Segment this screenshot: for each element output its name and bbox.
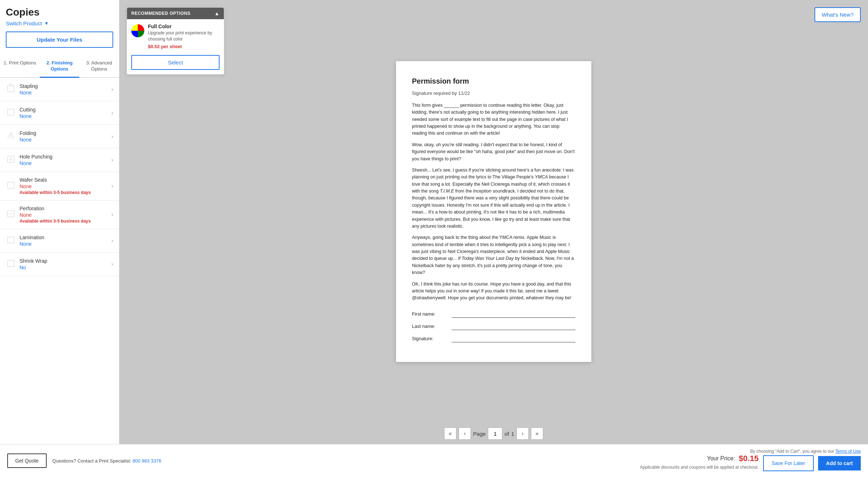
stapling-value: None	[20, 90, 109, 96]
svg-rect-3	[8, 156, 14, 162]
folding-label: Folding	[20, 130, 109, 136]
shrink-wrap-info: Shrink Wrap No	[20, 258, 109, 270]
recommended-options-header: RECOMMENDED OPTIONS ▲	[127, 8, 224, 19]
wafer-seals-value: None	[20, 183, 109, 189]
document-subtitle: Signature required by 11/22	[412, 90, 575, 97]
folding-info: Folding None	[20, 130, 109, 143]
svg-point-4	[10, 158, 12, 160]
svg-rect-9	[8, 260, 14, 266]
footer-phone-link[interactable]: 800 983 3376	[132, 458, 161, 464]
lamination-info: Lamination None	[20, 235, 109, 247]
document-title: Permission form	[412, 76, 575, 87]
get-quote-button[interactable]: Get Quote	[7, 453, 47, 468]
perforation-value: None	[20, 212, 109, 218]
sidebar-header: Copies Switch Product ▼ Update Your File…	[0, 0, 119, 56]
folding-value: None	[20, 137, 109, 143]
option-row-wafer-seals[interactable]: Wafer Seals None Available within 3-5 bu…	[0, 172, 119, 200]
option-row-lamination[interactable]: Lamination None ›	[0, 229, 119, 253]
recommended-options-collapse-icon[interactable]: ▲	[214, 10, 220, 16]
rec-item-full-color: Full Color Upgrade your print experience…	[131, 24, 220, 49]
rec-item-price: $0.52 per sheet	[148, 44, 220, 49]
add-to-cart-button[interactable]: Add to cart	[818, 456, 861, 470]
of-label: of	[505, 431, 509, 437]
option-row-shrink-wrap[interactable]: Shrink Wrap No ›	[0, 253, 119, 276]
form-line-firstname	[452, 311, 575, 318]
tab-print-options[interactable]: 1. Print Options	[0, 56, 40, 78]
page-label: Page	[473, 431, 486, 437]
doc-para-1: This form gives ______ permission to con…	[412, 102, 575, 137]
perforation-availability: Available within 3-5 business days	[20, 219, 109, 224]
form-row-lastname: Last name:	[412, 323, 575, 330]
footer-price-row: Your Price: $0.15	[640, 454, 758, 463]
wafer-seals-icon	[6, 180, 16, 193]
hole-punching-info: Hole Punching None	[20, 154, 109, 166]
folding-icon	[6, 130, 16, 143]
form-label-lastname: Last name:	[412, 323, 452, 330]
perforation-label: Perforation	[20, 206, 109, 211]
first-page-button[interactable]: «	[444, 427, 456, 440]
stapling-label: Stapling	[20, 83, 109, 89]
option-row-cutting[interactable]: Cutting None ›	[0, 101, 119, 125]
last-page-button[interactable]: »	[531, 427, 543, 440]
doc-para-3: Sheesh... Let's see, I guess if you're s…	[412, 167, 575, 230]
option-row-hole-punching[interactable]: Hole Punching None ›	[0, 148, 119, 172]
shrink-wrap-label: Shrink Wrap	[20, 258, 109, 264]
hole-punching-value: None	[20, 160, 109, 166]
page-number-input[interactable]	[488, 427, 502, 440]
option-row-folding[interactable]: Folding None ›	[0, 125, 119, 148]
full-color-icon	[131, 24, 144, 37]
cutting-chevron-icon: ›	[111, 110, 113, 116]
doc-para-5: OK, I think this joke has run its course…	[412, 281, 575, 302]
form-row-signature: Signature:	[412, 335, 575, 342]
wafer-seals-label: Wafer Seals	[20, 177, 109, 183]
tabs-bar: 1. Print Options 2. Finishing Options 3.…	[0, 56, 119, 78]
footer-terms: By choosing "Add to Cart", you agree to …	[750, 449, 861, 454]
tab-advanced-options[interactable]: 3. Advanced Options	[79, 56, 119, 78]
update-files-button[interactable]: Update Your Files	[6, 31, 113, 48]
page-info: Page of 1	[473, 427, 514, 440]
content-area: RECOMMENDED OPTIONS ▲ Full Color Upgrade…	[119, 0, 868, 444]
perforation-icon	[6, 208, 16, 221]
option-row-stapling[interactable]: Stapling None ›	[0, 78, 119, 101]
document-body: This form gives ______ permission to con…	[412, 102, 575, 302]
next-page-button[interactable]: ›	[516, 427, 529, 440]
form-row-firstname: First name:	[412, 311, 575, 318]
tab-finishing-options[interactable]: 2. Finishing Options	[40, 56, 80, 78]
stapling-chevron-icon: ›	[111, 86, 113, 93]
footer-disclaimer: Applicable discounts and coupons will be…	[640, 465, 758, 470]
wafer-seals-info: Wafer Seals None Available within 3-5 bu…	[20, 177, 109, 195]
rec-select-button[interactable]: Select	[131, 55, 220, 70]
shrink-wrap-icon	[6, 258, 16, 271]
recommended-options-label: RECOMMENDED OPTIONS	[131, 11, 191, 16]
document-form: First name: Last name: Signature:	[412, 311, 575, 342]
form-line-signature	[452, 336, 575, 342]
save-for-later-button[interactable]: Save For Later	[763, 455, 814, 471]
doc-para-2: Wow, okay, uh you're still reading. I di…	[412, 142, 575, 162]
pagination-bar: « ‹ Page of 1 › »	[119, 423, 868, 444]
sidebar-title: Copies	[6, 7, 113, 18]
lamination-label: Lamination	[20, 235, 109, 240]
lamination-chevron-icon: ›	[111, 237, 113, 244]
svg-rect-5	[8, 182, 14, 188]
recommended-options-panel: RECOMMENDED OPTIONS ▲ Full Color Upgrade…	[127, 7, 224, 75]
hole-punching-icon	[6, 153, 16, 166]
your-price-label: Your Price:	[707, 455, 735, 462]
price-value: $0.15	[739, 454, 758, 463]
switch-product-dropdown[interactable]: Switch Product ▼	[6, 20, 113, 26]
svg-rect-1	[8, 109, 14, 115]
footer-left: Get Quote Questions? Contact a Print Spe…	[7, 453, 161, 468]
prev-page-button[interactable]: ‹	[459, 427, 471, 440]
footer-terms-link[interactable]: Terms of Use	[835, 449, 861, 454]
form-label-firstname: First name:	[412, 311, 452, 318]
svg-rect-8	[8, 237, 14, 243]
option-row-perforation[interactable]: Perforation None Available within 3-5 bu…	[0, 200, 119, 229]
doc-para-4: Anyways, going back to the thing about t…	[412, 234, 575, 276]
footer-contact-text: Questions? Contact a Print Specialist: 8…	[52, 458, 161, 464]
options-list: Stapling None › Cutting None ›	[0, 78, 119, 444]
rec-item-info: Full Color Upgrade your print experience…	[148, 24, 220, 49]
cutting-info: Cutting None	[20, 107, 109, 119]
switch-product-arrow-icon: ▼	[44, 21, 49, 26]
sidebar: Copies Switch Product ▼ Update Your File…	[0, 0, 119, 444]
whats-new-button[interactable]: What's New?	[814, 7, 861, 22]
shrink-wrap-chevron-icon: ›	[111, 261, 113, 267]
